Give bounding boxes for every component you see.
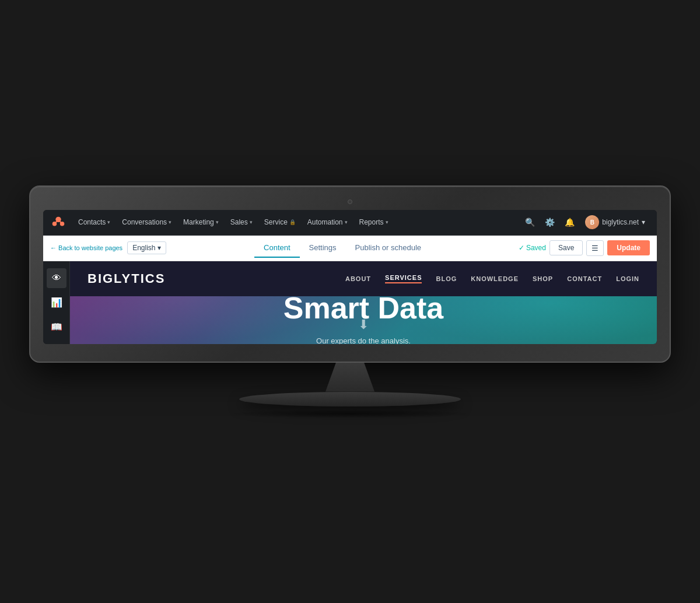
nav-contacts[interactable]: Contacts ▾ [74,216,115,229]
stand-base [239,392,461,406]
monitor-wrapper: Contacts ▾ Conversations ▾ Marketing ▾ S… [29,185,671,418]
camera-dot [348,199,352,204]
update-button[interactable]: Update [607,240,650,255]
chevron-down-icon: ▾ [107,219,110,225]
stand-neck [315,363,385,392]
content-area: 👁 📊 📖 [43,261,657,344]
sidebar-icon-eye[interactable]: 👁 [47,268,66,288]
monitor-bezel: Contacts ▾ Conversations ▾ Marketing ▾ S… [29,185,671,363]
site-nav-about[interactable]: ABOUT [345,275,371,282]
nav-service[interactable]: Service 🔒 [260,216,300,229]
site-logo: BIGLYTICS [88,271,345,286]
nav-automation[interactable]: Automation ▾ [303,216,352,229]
site-nav-services[interactable]: SERVICES [385,274,422,283]
site-nav-knowledge[interactable]: KNOWLEDGE [471,275,519,282]
tab-publish[interactable]: Publish or schedule [346,239,430,258]
hero-description: Our experts do the analysis. You make th… [244,335,482,344]
chevron-down-icon: ▾ [250,219,253,225]
eye-icon: 👁 [52,273,61,283]
lock-icon: 🔒 [289,219,296,225]
settings-button[interactable]: ⚙️ [541,213,558,231]
chevron-down-icon: ▾ [345,219,348,225]
site-nav-login[interactable]: LOGIN [616,275,639,282]
chart-icon: 📊 [51,297,62,308]
monitor-screen: Contacts ▾ Conversations ▾ Marketing ▾ S… [43,210,657,344]
nav-sales[interactable]: Sales ▾ [226,216,257,229]
website-preview: BIGLYTICS ABOUT SERVICES BLOG [70,261,657,344]
hubspot-logo[interactable] [50,214,66,230]
notifications-button[interactable]: 🔔 [561,213,578,231]
tab-content[interactable]: Content [254,239,300,258]
site-nav-shop[interactable]: SHOP [533,275,553,282]
site-navbar: BIGLYTICS ABOUT SERVICES BLOG [70,261,657,296]
chevron-down-icon: ▾ [216,219,219,225]
search-button[interactable]: 🔍 [521,213,538,231]
list-view-button[interactable]: ☰ [586,240,604,256]
user-chevron-icon: ▾ [642,218,645,226]
nav-reports[interactable]: Reports ▾ [355,216,393,229]
user-menu[interactable]: B biglytics.net ▾ [580,213,650,232]
avatar: B [585,215,599,229]
list-icon: ☰ [592,244,598,253]
site-nav-blog[interactable]: BLOG [436,275,457,282]
preview-area: BIGLYTICS ABOUT SERVICES BLOG [70,261,657,344]
saved-status: ✓ Saved [519,244,546,252]
toolbar-right-actions: ✓ Saved Save ☰ Update [519,240,650,256]
nav-icon-group: 🔍 ⚙️ 🔔 [521,213,578,231]
monitor-stand [228,363,473,418]
hubspot-navbar: Contacts ▾ Conversations ▾ Marketing ▾ S… [43,210,657,236]
sidebar-icon-book[interactable]: 📖 [47,317,66,337]
sidebar-icon-chart[interactable]: 📊 [47,293,66,313]
save-button[interactable]: Save [550,240,583,255]
back-to-pages-link[interactable]: ← Back to website pages [50,244,123,251]
scroll-down-icon[interactable]: ⬇ [358,317,369,332]
chevron-down-icon: ▾ [169,219,172,225]
language-selector[interactable]: English ▾ [127,241,166,254]
tab-settings[interactable]: Settings [300,239,346,258]
editor-toolbar: ← Back to website pages English ▾ Conten… [43,236,657,261]
lang-chevron-icon: ▾ [158,244,161,252]
book-icon: 📖 [51,321,62,332]
editor-tabs: Content Settings Publish or schedule [171,239,513,257]
site-nav-contact[interactable]: CONTACT [567,275,602,282]
stand-shadow [228,409,473,418]
left-sidebar: 👁 📊 📖 [43,261,70,344]
nav-conversations[interactable]: Conversations ▾ [117,216,176,229]
chevron-down-icon: ▾ [386,219,388,225]
nav-marketing[interactable]: Marketing ▾ [178,216,223,229]
site-menu: ABOUT SERVICES BLOG KNOWLEDGE [345,274,639,283]
